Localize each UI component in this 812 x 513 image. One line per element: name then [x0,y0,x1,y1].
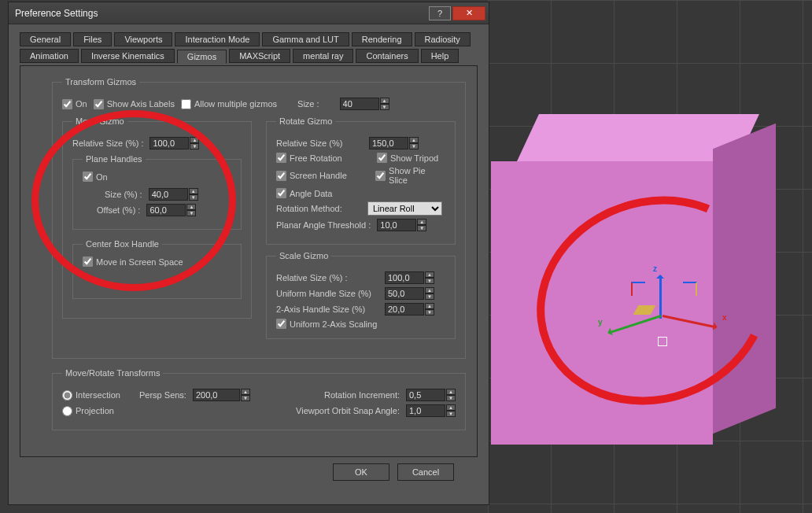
dialog-button-row: OK Cancel [20,457,478,484]
input-move-relsize[interactable] [149,137,189,149]
close-button[interactable]: ✕ [452,6,485,20]
label-planar-threshold: Planar Angle Threshold : [276,220,371,230]
tab-maxscript[interactable]: MAXScript [229,49,290,63]
legend-plane-handles: Plane Handles [83,154,146,164]
tab-inverse-kinematics[interactable]: Inverse Kinematics [81,49,175,63]
transform-gizmo[interactable]: x y z [606,275,724,370]
spin-down-icon[interactable]: ▼ [241,395,250,401]
spin-up-icon[interactable]: ▲ [186,204,196,210]
radio-intersection[interactable]: Intersection [62,390,133,400]
tab-viewports[interactable]: Viewports [114,32,172,46]
tab-animation[interactable]: Animation [20,49,79,63]
spinner-uniform-handle[interactable]: ▲▼ [385,287,434,300]
input-persp-sens[interactable] [193,389,240,401]
spin-down-icon[interactable]: ▼ [189,194,198,201]
input-orbit-snap[interactable] [406,404,445,417]
titlebar[interactable]: Preference Settings ? ✕ [9,2,489,24]
spinner-planar-threshold[interactable]: ▲▼ [377,219,426,231]
input-plane-size[interactable] [149,188,188,201]
checkbox-screen-handle[interactable]: Screen Handle [276,171,369,181]
spin-up-icon[interactable]: ▲ [425,287,434,293]
spin-up-icon[interactable]: ▲ [241,389,250,395]
spinner-scale-relsize[interactable]: ▲▼ [385,271,434,284]
input-planar-threshold[interactable] [377,219,416,231]
tab-files[interactable]: Files [73,32,112,46]
spin-down-icon[interactable]: ▼ [446,411,456,417]
spin-up-icon[interactable]: ▲ [380,98,389,104]
checkbox-show-pie-slice[interactable]: Show Pie Slice [375,166,445,185]
tab-panel-gizmos: Transform Gizmos On Show Axis Labels All… [20,65,478,457]
tab-general[interactable]: General [20,32,71,46]
input-2axis-handle[interactable] [385,303,424,316]
label-orbit-snap: Viewport Orbit Snap Angle: [296,406,400,415]
tab-gamma-lut[interactable]: Gamma and LUT [262,32,349,46]
checkbox-move-screen-space[interactable]: Move in Screen Space [83,256,231,267]
cancel-button[interactable]: Cancel [397,463,454,481]
spin-up-icon[interactable]: ▲ [417,219,426,225]
gizmo-plane-handle[interactable] [633,305,656,315]
checkbox-plane-on[interactable]: On [83,172,231,182]
spinner-rotate-relsize[interactable]: ▲▼ [369,137,419,149]
axis-label-z: z [653,264,657,273]
spin-down-icon[interactable]: ▼ [186,210,196,216]
input-plane-offset[interactable] [146,204,186,216]
checkbox-allow-multiple-gizmos[interactable]: Allow multiple gizmos [181,99,277,109]
input-scale-relsize[interactable] [385,271,424,284]
gizmo-axis-z[interactable] [659,275,662,319]
spin-up-icon[interactable]: ▲ [189,188,198,194]
spin-down-icon[interactable]: ▼ [446,395,456,401]
spinner-size[interactable]: ▲▼ [340,98,389,110]
legend-transform-gizmos: Transform Gizmos [62,77,139,87]
group-move-gizmo: Move Gizmo Relative Size (%) : ▲▼ Plane … [62,116,252,319]
spin-up-icon[interactable]: ▲ [446,404,456,411]
help-button[interactable]: ? [429,6,451,20]
input-size[interactable] [340,98,379,110]
spin-up-icon[interactable]: ▲ [190,137,199,143]
input-rotation-increment[interactable] [406,389,445,401]
spinner-orbit-snap[interactable]: ▲▼ [406,404,456,417]
tab-radiosity[interactable]: Radiosity [415,32,471,46]
tab-interaction-mode[interactable]: Interaction Mode [175,32,260,46]
spinner-plane-offset[interactable]: ▲▼ [146,204,196,216]
spin-up-icon[interactable]: ▲ [446,389,456,395]
viewport-3d[interactable] [488,0,812,513]
checkbox-show-tripod[interactable]: Show Tripod [377,153,438,163]
ok-button[interactable]: OK [333,463,389,481]
combo-rotation-method[interactable]: Linear Roll [367,201,442,216]
tab-mental-ray[interactable]: mental ray [293,49,353,63]
label-rotation-method: Rotation Method: [276,204,361,213]
label-persp-sens: Persp Sens: [139,390,186,400]
gizmo-axis-y[interactable] [608,315,662,334]
group-move-rotate-transforms: Move/Rotate Transforms Intersection Pers… [52,368,466,430]
checkbox-uniform-2axis-scaling[interactable]: Uniform 2-Axis Scaling [276,319,445,329]
checkbox-angle-data[interactable]: Angle Data [276,188,332,198]
spinner-2axis-handle[interactable]: ▲▼ [385,303,434,316]
input-rotate-relsize[interactable] [369,137,408,149]
spin-down-icon[interactable]: ▼ [380,104,389,110]
spin-up-icon[interactable]: ▲ [409,137,419,143]
radio-projection[interactable]: Projection [62,406,133,416]
spin-down-icon[interactable]: ▼ [190,143,199,149]
tab-containers[interactable]: Containers [356,49,418,63]
tab-gizmos[interactable]: Gizmos [177,50,227,64]
spin-down-icon[interactable]: ▼ [425,293,434,300]
spin-down-icon[interactable]: ▼ [417,225,426,231]
checkbox-free-rotation[interactable]: Free Rotation [276,153,371,163]
spinner-plane-size[interactable]: ▲▼ [149,188,198,201]
spin-up-icon[interactable]: ▲ [425,271,434,278]
spin-down-icon[interactable]: ▼ [425,278,434,284]
spin-down-icon[interactable]: ▼ [425,309,434,316]
spin-down-icon[interactable]: ▼ [409,143,419,149]
gizmo-axis-x[interactable] [663,315,717,328]
input-uniform-handle[interactable] [385,287,424,300]
tab-rendering[interactable]: Rendering [352,32,412,46]
spinner-move-relsize[interactable]: ▲▼ [149,137,199,149]
spinner-persp-sens[interactable]: ▲▼ [193,389,250,401]
spinner-rotation-increment[interactable]: ▲▼ [406,389,456,401]
tab-help[interactable]: Help [421,49,460,63]
checkbox-on[interactable]: On [62,99,87,109]
gizmo-center-box[interactable] [658,337,667,346]
spin-up-icon[interactable]: ▲ [425,303,434,309]
label-plane-offset: Offset (%) : [97,205,140,215]
checkbox-show-axis-labels[interactable]: Show Axis Labels [94,99,175,109]
